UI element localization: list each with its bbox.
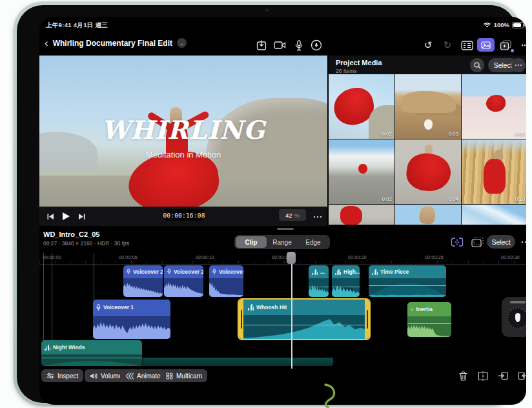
microphone-icon[interactable] [291,38,307,52]
timeline-clip-voiceover2[interactable]: Voiceover 2 [164,265,203,297]
clip-duration: 0:02 [515,131,525,137]
skip-forward-icon[interactable] [78,213,85,220]
viewer-canvas[interactable]: WHIRLING Meditation in Motion [39,56,327,207]
jog-dial[interactable] [507,307,526,329]
clip-duration: 0:04 [448,196,458,202]
media-thumbnail[interactable]: 0:02 [462,74,526,139]
effects-badge-dot [511,49,514,52]
ruler-label: 00:00:25 [425,255,444,260]
back-chevron-icon[interactable]: ‹ [45,37,48,48]
viewer-more-icon[interactable] [313,213,322,220]
media-thumbnail[interactable]: 0:03 [395,74,461,139]
mode-clip[interactable]: Clip [236,236,267,248]
volume-label: Volume [101,372,122,380]
video-overlay-subtitle: Meditation in Motion [39,150,327,159]
browser-panel-icon[interactable] [459,38,475,52]
media-more-icon[interactable] [511,58,526,72]
ipad-device-frame: 上午9:41 4月1日 週三 100% ‹ Whirling Documenta… [13,1,520,407]
edit-mode-segmented-control: Clip Range Edge [234,235,330,249]
connect-clip-icon[interactable] [450,236,464,249]
project-title: Whirling Documentary Final Edit [53,39,172,48]
clip-label: Voiceover 2 [133,269,163,275]
timeline-clip-night-winds[interactable]: Night Winds [41,340,142,366]
media-thumbnail[interactable]: 0:02 [329,139,394,204]
wifi-icon [483,22,491,28]
timeline-clip-time-piece[interactable]: Time Piece [369,265,446,297]
clip-label: Time Piece [380,269,409,275]
import-icon[interactable] [254,38,269,52]
project-media-title: Project Media [336,59,382,66]
clip-label: Whoosh Hit [256,304,287,311]
clip-label: Voiceover 1 [103,304,134,311]
redo-icon[interactable]: ↻ [440,38,455,52]
viewer-transport-bar: 00:00:16:08 42 % [39,207,327,226]
project-media-panel: Project Media 26 Items Select 0:02 0:03 … [328,56,526,225]
timeline-clip-sfx[interactable]: ... [309,265,329,297]
panel-drag-handle[interactable] [277,228,294,230]
timecode-display[interactable]: 00:00:16:08 [164,209,204,221]
jog-handle-bar[interactable] [510,301,526,303]
project-media-count: 26 Items [336,68,357,74]
viewer-photos-icon[interactable] [477,38,495,52]
overwrite-clip-icon[interactable] [516,369,526,383]
timeline-clip-voiceover3[interactable]: Voiceover 3 [209,265,243,297]
play-button[interactable] [62,212,70,221]
jog-wheel[interactable] [502,297,526,337]
multicam-label: Multicam [176,372,202,380]
zoom-percent-sign: % [294,212,300,219]
timeline-ruler[interactable]: 00:00:00 00:00:05 00:00:10 00:00:15 00:0… [39,253,526,265]
ruler-label: 00:00:10 [196,255,214,260]
timeline-clip-voiceover2[interactable]: Voiceover 2 [123,265,163,297]
viewer-zoom-control[interactable]: 42 % [279,209,306,221]
battery-icon [512,22,524,28]
skip-back-icon[interactable] [47,213,54,220]
split-blade-icon[interactable] [476,369,490,383]
decorative-swirl [322,383,338,408]
delete-icon[interactable] [456,369,470,383]
title-chevron-down-icon[interactable]: ⌄ [177,38,187,48]
status-time-date: 上午9:41 4月1日 週三 [46,21,108,30]
animate-button[interactable]: Animate [120,369,166,382]
clip-label: Voiceover 3 [219,269,243,275]
media-thumbnail[interactable]: 0:10 [462,139,526,204]
pencil-tools-icon[interactable] [309,38,324,52]
timeline-clip-voiceover1[interactable]: Voiceover 1 [93,300,170,339]
more-icon[interactable] [517,38,526,52]
media-thumbnail[interactable] [462,205,526,225]
ruler-label: 00:00:20 [348,255,367,260]
screen: 上午9:41 4月1日 週三 100% ‹ Whirling Documenta… [39,17,526,405]
ruler-label: 00:00:30 [501,255,520,260]
timeline-clip-name: WD_Intro_C2_05 [43,230,99,238]
timeline-select-button[interactable]: Select [487,235,515,249]
ruler-label: 00:00:05 [119,255,138,260]
clip-duration: 0:02 [382,196,392,202]
undo-icon[interactable]: ↺ [420,38,436,52]
camera-icon[interactable] [272,38,287,52]
insert-clip-icon[interactable] [496,369,510,383]
video-overlay-title: WHIRLING [39,115,327,145]
timeline-more-icon[interactable] [518,236,526,249]
trim-handle-left[interactable] [239,300,243,339]
overlay-stack-icon[interactable] [470,236,484,249]
clip-label: High... [343,269,360,275]
effects-icon[interactable] [498,38,513,52]
page: 上午9:41 4月1日 週三 100% ‹ Whirling Documenta… [0,0,532,408]
media-thumbnail[interactable] [329,205,394,225]
trim-handle-right[interactable] [365,300,369,339]
playhead-handle[interactable] [287,252,296,264]
mode-range[interactable]: Range [267,236,298,248]
media-thumbnail[interactable]: 0:02 [329,74,394,139]
media-thumbnail[interactable] [395,205,461,225]
search-icon[interactable] [470,58,484,72]
status-right-cluster: 100% [483,21,524,28]
timeline-clip-inertia[interactable]: ♪ Inertia [407,302,451,337]
clip-label: Inertia [416,306,433,312]
clip-duration: 0:10 [515,196,525,202]
timeline-clip-high[interactable]: High... [332,265,360,297]
mode-edge[interactable]: Edge [298,236,329,248]
timeline-clip-whoosh-hit-selected[interactable]: Whoosh Hit [239,300,369,339]
inspect-button[interactable]: Inspect [41,369,83,382]
zoom-value: 42 [285,212,292,219]
media-thumbnail[interactable]: 0:04 [395,139,461,204]
multicam-button[interactable]: Multicam [161,369,207,382]
